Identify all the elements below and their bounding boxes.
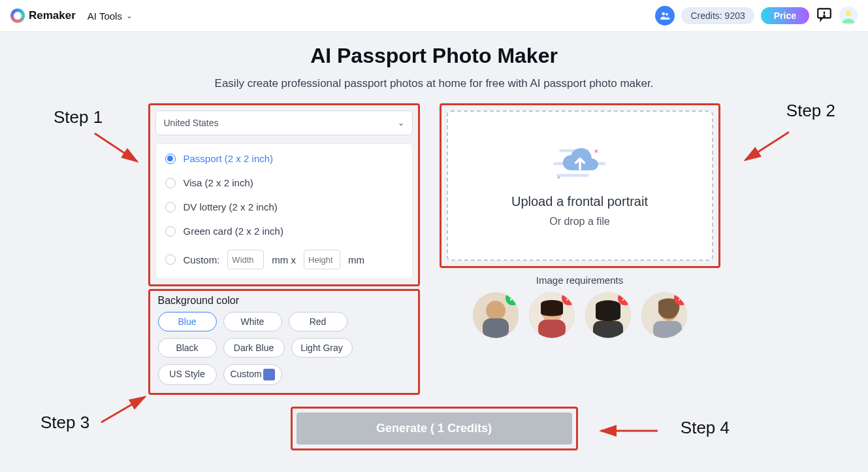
- cross-icon: ✕: [674, 292, 687, 305]
- svg-point-10: [557, 176, 560, 178]
- doc-type-visa[interactable]: Visa (2 x 2 inch): [156, 171, 412, 195]
- country-selected-label: United States: [164, 118, 219, 128]
- brand-name: Remaker: [29, 9, 76, 22]
- svg-point-5: [845, 10, 851, 16]
- credits-pill[interactable]: Credits: 9203: [681, 7, 754, 24]
- requirements-label: Image requirements: [440, 275, 720, 286]
- ai-tools-dropdown[interactable]: AI Tools ⌄: [88, 10, 133, 22]
- upload-cloud-icon: [551, 144, 609, 185]
- step-4-label: Step 4: [681, 418, 730, 438]
- svg-point-0: [662, 12, 666, 16]
- radio-icon: [165, 178, 176, 188]
- background-panel: Background color Blue White Red Black Da…: [148, 289, 420, 395]
- svg-rect-22: [653, 321, 682, 338]
- step-1-label: Step 1: [54, 107, 103, 127]
- custom-width-input[interactable]: [227, 250, 264, 269]
- country-select[interactable]: United States ⌄: [155, 110, 413, 135]
- svg-rect-16: [538, 320, 566, 338]
- req-example-3: ✕: [585, 292, 631, 338]
- svg-rect-9: [553, 162, 564, 165]
- app-header: Remaker AI Tools ⌄ Credits: 9203 Price: [0, 0, 868, 32]
- svg-rect-19: [593, 321, 623, 338]
- user-avatar[interactable]: [839, 7, 858, 25]
- upload-title: Upload a frontal portrait: [511, 194, 648, 209]
- left-column: United States ⌄ Passport (2 x 2 inch) Vi…: [148, 103, 420, 395]
- doc-type-passport[interactable]: Passport (2 x 2 inch): [156, 146, 412, 171]
- header-left: Remaker AI Tools ⌄: [10, 8, 133, 23]
- custom-label: Custom:: [184, 254, 220, 265]
- svg-rect-7: [556, 174, 589, 177]
- background-label: Background color: [158, 295, 410, 307]
- cross-icon: ✕: [562, 292, 575, 305]
- doc-type-label: DV lottery (2 x 2 inch): [184, 201, 278, 212]
- chevron-down-icon: ⌄: [398, 118, 404, 127]
- radio-icon: [165, 154, 176, 164]
- chevron-down-icon: ⌄: [126, 11, 133, 20]
- doc-type-custom[interactable]: Custom: mm x mm: [156, 243, 412, 276]
- custom-height-input[interactable]: [304, 250, 340, 269]
- step-3-label: Step 3: [40, 413, 89, 433]
- doc-type-label: Green card (2 x 2 inch): [184, 226, 283, 237]
- bg-us-style[interactable]: US Style: [158, 364, 217, 385]
- requirements-row: ✓ ✕ ✕ ✕: [440, 292, 720, 338]
- arrow-icon: [596, 423, 661, 439]
- header-right: Credits: 9203 Price: [655, 6, 858, 25]
- svg-point-12: [486, 301, 506, 320]
- req-example-1: ✓: [473, 292, 519, 338]
- svg-point-1: [666, 13, 669, 16]
- check-icon: ✓: [506, 292, 519, 305]
- page-title: AI Passport Photo Maker: [0, 44, 868, 68]
- upload-subtitle: Or drop a file: [549, 216, 609, 228]
- bg-light-gray[interactable]: Light Gray: [291, 338, 353, 358]
- svg-point-4: [824, 16, 825, 17]
- cross-icon: ✕: [618, 292, 631, 305]
- community-icon[interactable]: [655, 6, 675, 25]
- color-swatch-icon: [263, 369, 275, 380]
- radio-icon: [165, 254, 176, 265]
- generate-button[interactable]: Generate ( 1 Credits): [297, 413, 572, 445]
- bg-red[interactable]: Red: [289, 312, 347, 331]
- step-2-label: Step 2: [786, 101, 835, 121]
- doc-type-label: Visa (2 x 2 inch): [184, 177, 253, 188]
- doc-type-dv-lottery[interactable]: DV lottery (2 x 2 inch): [156, 195, 412, 219]
- brand-logo[interactable]: Remaker: [10, 8, 76, 23]
- bg-dark-blue[interactable]: Dark Blue: [223, 338, 285, 358]
- arrow-icon: [91, 130, 144, 169]
- mm-x-label: mm x: [272, 254, 296, 265]
- bg-custom-label: Custom: [230, 369, 261, 379]
- req-example-2: ✕: [529, 292, 575, 338]
- ai-tools-label: AI Tools: [88, 10, 122, 22]
- price-button[interactable]: Price: [761, 7, 809, 24]
- svg-rect-13: [483, 318, 509, 338]
- arrow-icon: [740, 129, 792, 168]
- bg-white[interactable]: White: [223, 312, 282, 331]
- doc-type-green-card[interactable]: Green card (2 x 2 inch): [156, 219, 412, 243]
- generate-panel: Generate ( 1 Credits): [291, 407, 578, 450]
- right-column: Upload a frontal portrait Or drop a file…: [440, 103, 720, 395]
- doc-type-label: Passport (2 x 2 inch): [184, 153, 274, 164]
- radio-icon: [165, 226, 176, 237]
- logo-icon: [10, 8, 25, 23]
- arrow-icon: [98, 393, 150, 426]
- upload-zone[interactable]: Upload a frontal portrait Or drop a file: [447, 110, 713, 261]
- page-subtitle: Easily create professional passport phot…: [0, 77, 868, 90]
- background-options: Blue White Red Black Dark Blue Light Gra…: [158, 312, 410, 385]
- bg-black[interactable]: Black: [158, 338, 217, 358]
- feedback-icon[interactable]: [816, 6, 833, 25]
- bg-blue[interactable]: Blue: [158, 312, 217, 331]
- main-content: AI Passport Photo Maker Easily create pr…: [0, 32, 868, 450]
- req-example-4: ✕: [641, 292, 687, 338]
- document-panel: United States ⌄ Passport (2 x 2 inch) Vi…: [148, 103, 420, 286]
- mm-label: mm: [348, 254, 364, 265]
- radio-icon: [165, 202, 176, 212]
- bg-custom[interactable]: Custom: [223, 364, 282, 385]
- upload-panel: Upload a frontal portrait Or drop a file: [440, 103, 720, 268]
- document-type-list: Passport (2 x 2 inch) Visa (2 x 2 inch) …: [155, 143, 413, 279]
